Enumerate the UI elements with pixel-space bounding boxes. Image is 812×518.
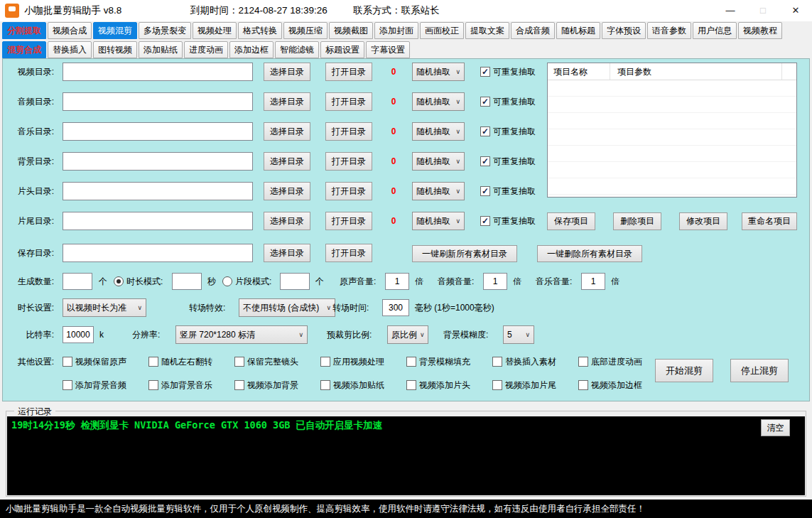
tab-add-sticker[interactable]: 添加贴纸 [139,41,183,58]
audio-directory-input[interactable] [63,92,253,111]
delete-all-directories-button[interactable]: 一键删除所有素材目录 [537,245,642,262]
tab-video-compress[interactable]: 视频压缩 [283,22,327,39]
duration-mode-radio[interactable]: 时长模式: [114,272,163,291]
checkbox-video-add-outro[interactable]: 视频添加片尾 [492,379,556,392]
resolution-select[interactable]: 竖屏 720*1280 标清 ∨ [175,325,308,344]
checkbox-replace-insert-material[interactable]: 替换插入素材 [492,355,556,368]
tab-progress-anim[interactable]: 进度动画 [184,41,228,58]
pick-mode-select[interactable]: 随机抽取 ∨ [412,182,465,200]
open-directory-button[interactable]: 打开目录 [325,122,372,141]
pick-mode-select[interactable]: 随机抽取 ∨ [412,152,465,171]
tab-extract-copy[interactable]: 提取文案 [465,22,509,39]
checkbox-random-flip[interactable]: 随机左右翻转 [148,355,212,368]
tab-video-merge[interactable]: 视频合成 [48,22,92,39]
repeat-pick-checkbox[interactable]: ✓ 可重复抽取 [480,63,536,81]
checkbox-video-add-sticker[interactable]: 视频添加贴纸 [320,379,384,392]
stop-mix-button[interactable]: 停止混剪 [730,359,789,382]
choose-directory-button[interactable]: 选择目录 [264,122,310,141]
run-log-console[interactable]: 19时14分19秒 检测到显卡 NVIDIA GeForce GTX 1060 … [7,416,805,495]
checkbox-blur-fill-background[interactable]: 背景模糊填充 [406,355,470,368]
intro-directory-input[interactable] [63,182,253,200]
tab-image-to-video[interactable]: 图转视频 [93,41,137,58]
tab-frame-correct[interactable]: 画面校正 [420,22,464,39]
pick-mode-select[interactable]: 随机抽取 ∨ [412,63,465,81]
open-directory-button[interactable]: 打开目录 [325,92,372,111]
tab-mix-compose[interactable]: 混剪合成 [2,41,46,58]
open-directory-button[interactable]: 打开目录 [325,152,372,171]
checkbox-bottom-progress-anim[interactable]: 底部进度动画 [578,355,642,368]
tab-multi-scene-split[interactable]: 多场景裂变 [139,22,191,39]
transition-select[interactable]: 不使用转场 (合成快) ∨ [239,298,335,317]
music-directory-input[interactable] [63,122,253,141]
tab-video-process[interactable]: 视频处理 [193,22,237,39]
repeat-pick-checkbox[interactable]: ✓ 可重复抽取 [480,212,536,230]
save-directory-input[interactable] [63,244,253,262]
choose-directory-button[interactable]: 选择目录 [264,182,310,200]
precrop-select[interactable]: 原比例 ∨ [387,325,428,344]
rename-project-button[interactable]: 重命名项目 [742,212,797,230]
segment-count-input[interactable] [280,273,310,290]
music-volume-input[interactable] [581,273,605,290]
choose-directory-button[interactable]: 选择目录 [264,244,310,262]
repeat-pick-checkbox[interactable]: ✓ 可重复抽取 [480,152,536,171]
save-project-button[interactable]: 保存项目 [547,212,595,230]
tab-random-title[interactable]: 随机标题 [556,22,600,39]
project-list[interactable]: 项目名称 项目参数 [547,63,797,198]
checkbox-apply-video-process[interactable]: 应用视频处理 [320,355,384,368]
checkbox-add-background-music[interactable]: 添加背景音乐 [148,379,212,392]
minimize-icon[interactable]: — [718,0,743,21]
choose-directory-button[interactable]: 选择目录 [264,212,310,230]
close-icon[interactable]: ✕ [783,0,808,21]
background-directory-input[interactable] [63,152,253,171]
tab-video-screenshot[interactable]: 视频截图 [329,22,373,39]
tab-replace-insert[interactable]: 替换插入 [48,41,92,58]
tab-title-settings[interactable]: 标题设置 [320,41,364,58]
choose-directory-button[interactable]: 选择目录 [264,92,310,111]
pick-mode-select[interactable]: 随机抽取 ∨ [412,92,465,111]
tab-voice-params[interactable]: 语音参数 [647,22,691,39]
tab-video-tutorial[interactable]: 视频教程 [738,22,782,39]
tab-add-border[interactable]: 添加边框 [229,41,274,58]
refresh-all-directories-button[interactable]: 一键刷新所有素材目录 [412,245,517,262]
open-directory-button[interactable]: 打开目录 [325,244,372,262]
repeat-pick-checkbox[interactable]: ✓ 可重复抽取 [480,122,536,141]
audio-volume-input[interactable] [483,273,507,290]
open-directory-button[interactable]: 打开目录 [325,182,372,200]
tab-subtitle-settings[interactable]: 字幕设置 [366,41,410,58]
video-directory-input[interactable] [63,63,253,81]
checkbox-video-add-border[interactable]: 视频添加边框 [578,379,642,392]
original-volume-input[interactable] [385,273,409,290]
repeat-pick-checkbox[interactable]: ✓ 可重复抽取 [480,92,536,111]
modify-project-button[interactable]: 修改项目 [679,212,727,230]
duration-seconds-input[interactable] [172,273,202,290]
pick-mode-select[interactable]: 随机抽取 ∨ [412,212,465,230]
checkbox-video-add-background[interactable]: 视频添加背景 [234,379,298,392]
tab-user-info[interactable]: 用户信息 [693,22,737,39]
choose-directory-button[interactable]: 选择目录 [264,152,310,171]
generate-count-input[interactable] [63,273,92,290]
transition-time-input[interactable] [382,299,409,316]
bitrate-input[interactable] [63,326,94,343]
pick-mode-select[interactable]: 随机抽取 ∨ [412,122,465,141]
tab-smart-filter[interactable]: 智能滤镜 [275,41,319,58]
open-directory-button[interactable]: 打开目录 [325,212,372,230]
tab-format-convert[interactable]: 格式转换 [238,22,282,39]
blur-select[interactable]: 5 ∨ [503,325,534,344]
repeat-pick-checkbox[interactable]: ✓ 可重复抽取 [480,182,536,200]
segment-mode-radio[interactable]: 片段模式: [222,272,271,291]
checkbox-keep-full-shot[interactable]: 保留完整镜头 [234,355,298,368]
tab-split-extract[interactable]: 分割提取 [2,22,46,39]
clear-log-button[interactable]: 清空 [761,419,790,436]
checkbox-add-background-audio[interactable]: 添加背景音频 [63,379,126,392]
start-mix-button[interactable]: 开始混剪 [655,359,713,382]
open-directory-button[interactable]: 打开目录 [325,63,372,81]
outro-directory-input[interactable] [63,212,253,230]
tab-font-preset[interactable]: 字体预设 [602,22,646,39]
duration-mode-select[interactable]: 以视频时长为准 ∨ [63,298,146,317]
tab-add-cover[interactable]: 添加封面 [374,22,418,39]
checkbox-keep-original-audio[interactable]: 视频保留原声 [63,355,126,368]
checkbox-video-add-intro[interactable]: 视频添加片头 [406,379,470,392]
tab-video-mix[interactable]: 视频混剪 [93,22,137,39]
tab-merge-audio[interactable]: 合成音频 [511,22,555,39]
choose-directory-button[interactable]: 选择目录 [264,63,310,81]
